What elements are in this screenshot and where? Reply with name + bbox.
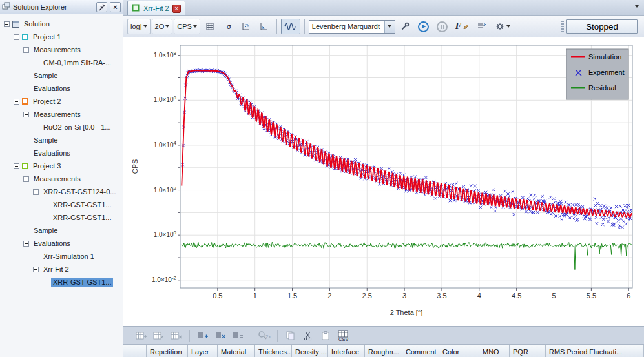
tree-item[interactable]: XRR-GST-GST124-0... (0, 185, 123, 198)
tree-item-label[interactable]: Measurements (32, 174, 83, 183)
tree-item-label[interactable]: Solution (22, 19, 52, 28)
fit-status-button[interactable]: Stopped (566, 19, 638, 34)
tree-item[interactable]: Measurements (0, 108, 123, 121)
oscillation-view-button[interactable] (281, 19, 300, 34)
tree-item[interactable]: Project 3 (0, 159, 123, 172)
tree-item[interactable]: XRR-GST-GST1... (0, 276, 123, 289)
two-theta-axis-button[interactable]: 2Θ (152, 19, 173, 34)
tree-item-label[interactable]: Measurements (32, 45, 83, 54)
tree-item[interactable]: Evaluations (0, 82, 123, 95)
edit-layer-button[interactable] (151, 329, 167, 342)
tree-item-label[interactable]: Sample (32, 71, 59, 80)
tree-item[interactable]: Xrr-Fit 2 (0, 263, 123, 276)
tree-item-label-selected[interactable]: XRR-GST-GST1... (51, 278, 113, 287)
parameter-list-button[interactable] (473, 19, 490, 34)
auto-run-button[interactable] (492, 19, 514, 34)
tree-expander[interactable] (23, 112, 29, 117)
fit-settings-button[interactable] (397, 19, 413, 34)
tree-expander[interactable] (23, 241, 29, 247)
sigma-error-button[interactable]: σ (220, 19, 236, 34)
tab-xrr-fit-2[interactable]: Xrr-Fit 2 × (127, 1, 185, 15)
table-header-cell[interactable]: Color (439, 345, 479, 357)
table-header-cell[interactable]: Layer (188, 345, 218, 357)
table-header-cell[interactable]: PQR (510, 345, 546, 357)
algorithm-select[interactable]: Levenberg Marquardt (309, 20, 395, 34)
add-parameter-button[interactable] (195, 329, 211, 342)
tree-expander[interactable] (23, 176, 29, 182)
tree-item-label[interactable]: Evaluations (32, 148, 72, 158)
tree-item[interactable]: XRR-GST-GST1... (0, 198, 123, 211)
cps-axis-button[interactable]: CPS (174, 19, 200, 34)
tree-expander[interactable] (14, 34, 19, 40)
remove-parameter-button[interactable] (213, 329, 228, 342)
tree-item[interactable]: Measurements (0, 43, 123, 56)
tree-item-label[interactable]: RuO2-on-Si [0.0 - 1... (41, 123, 113, 132)
tree-item[interactable]: Project 1 (0, 30, 123, 43)
pause-fit-button[interactable] (433, 19, 451, 34)
table-header-cell[interactable]: Interface (328, 345, 365, 357)
tree-item[interactable]: Xrr-Simulation 1 (0, 250, 123, 263)
tree-item-label[interactable]: Sample (32, 226, 59, 235)
grid-toggle-button[interactable] (202, 19, 218, 34)
tree-item-label[interactable]: Sample (32, 136, 59, 145)
edit-fit-parameters-button[interactable]: F (452, 19, 472, 34)
autoscale-x-button[interactable] (238, 19, 254, 34)
cut-button[interactable] (300, 329, 316, 342)
table-header-cell[interactable]: Repetition (147, 345, 188, 357)
tab-overflow-icon[interactable] (635, 5, 639, 8)
tree-item[interactable]: GM-0,1mm Slit-RA-... (0, 56, 123, 69)
tree-expander[interactable] (14, 163, 19, 169)
tree-item-label[interactable]: Xrr-Fit 2 (41, 265, 71, 274)
paste-button[interactable] (318, 329, 333, 342)
xrr-chart-svg[interactable]: 1.0×1081.0×1061.0×1041.0×1021.0×1001.0×1… (123, 37, 644, 325)
tree-item[interactable]: Sample (0, 224, 123, 237)
table-header-cell[interactable]: MNO (479, 345, 510, 357)
tree-item-label[interactable]: Measurements (32, 110, 83, 119)
delete-layer-button[interactable] (169, 329, 184, 342)
tree-expander[interactable] (4, 21, 10, 27)
tree-item[interactable]: Sample (0, 134, 123, 147)
tree-item[interactable]: Solution (0, 17, 123, 30)
tree-item-label[interactable]: XRR-GST-GST124-0... (41, 187, 118, 196)
tree-item[interactable]: Evaluations (0, 147, 123, 159)
tree-item[interactable]: XRR-GST-GST1... (0, 211, 123, 224)
tree-item-label[interactable]: Evaluations (32, 84, 72, 93)
export-csv-button[interactable]: CSV (335, 329, 351, 342)
pin-button[interactable] (96, 2, 107, 12)
tab-close-button[interactable]: × (172, 5, 181, 13)
tree-expander[interactable] (33, 189, 39, 195)
xrr-chart-area[interactable]: 1.0×1081.0×1061.0×1041.0×1021.0×1001.0×1… (123, 37, 644, 327)
tree-item-label[interactable]: XRR-GST-GST1... (51, 200, 113, 209)
zoom-2x-button[interactable]: 2x (256, 329, 272, 342)
close-panel-button[interactable]: × (110, 2, 121, 12)
run-fit-button[interactable] (415, 19, 432, 34)
svg-text:2.5: 2.5 (362, 292, 372, 300)
tree-item[interactable]: Evaluations (0, 237, 123, 250)
tree-expander[interactable] (33, 267, 39, 272)
tree-item-label[interactable]: Project 2 (31, 97, 63, 106)
table-header-cell[interactable]: Thicknes... (255, 345, 292, 357)
parameter-list-button-2[interactable] (230, 329, 245, 342)
tree-item-label[interactable]: Project 1 (31, 32, 63, 41)
tree-expander[interactable] (23, 47, 29, 53)
table-header-cell[interactable]: Comment (402, 345, 439, 357)
copy-button[interactable] (283, 329, 298, 342)
tree-item-label[interactable]: Project 3 (31, 161, 63, 170)
tree-item-label[interactable]: Evaluations (32, 239, 72, 248)
table-header-cell[interactable]: Density ... (292, 345, 328, 357)
tree-item-label[interactable]: XRR-GST-GST1... (51, 213, 113, 222)
toolbar-grip[interactable] (561, 21, 564, 32)
table-header-cell[interactable]: RMS Period Fluctuati... (546, 345, 644, 357)
tree-expander[interactable] (14, 99, 19, 105)
table-header-cell[interactable]: Roughn... (365, 345, 402, 357)
tree-item-label[interactable]: GM-0,1mm Slit-RA-... (41, 58, 113, 67)
add-layer-button[interactable] (134, 329, 149, 342)
table-header-cell[interactable]: Material (218, 345, 255, 357)
tree-item[interactable]: Project 2 (0, 95, 123, 108)
log-scale-button[interactable]: log| (127, 19, 151, 34)
tree-item[interactable]: Sample (0, 69, 123, 82)
tree-item[interactable]: RuO2-on-Si [0.0 - 1... (0, 121, 123, 134)
tree-item-label[interactable]: Xrr-Simulation 1 (41, 252, 96, 261)
tree-item[interactable]: Measurements (0, 172, 123, 185)
autoscale-y-button[interactable] (256, 19, 273, 34)
